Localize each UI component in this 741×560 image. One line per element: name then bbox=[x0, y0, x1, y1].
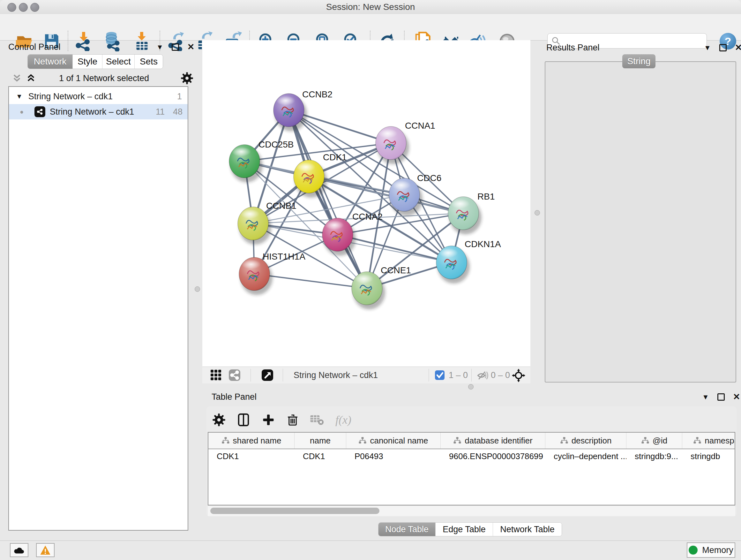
import-table-icon[interactable] bbox=[131, 30, 152, 52]
column-header--id[interactable]: @id bbox=[626, 433, 682, 449]
edge-count: 48 bbox=[173, 107, 183, 117]
show-columns-icon[interactable] bbox=[237, 413, 251, 427]
expand-all-networks-icon[interactable] bbox=[26, 73, 36, 83]
table-toolbar: f(x) bbox=[212, 409, 351, 430]
network-graph[interactable]: CCNB2CCNA1CDC25BCDK1CDC6RB1CCNB1CCNA2CDK… bbox=[202, 40, 530, 367]
cloud-button[interactable] bbox=[10, 543, 28, 557]
node-label-CDKN1A: CDKN1A bbox=[465, 239, 501, 249]
network-tree-child-row[interactable]: ● String Network – cdk1 11 48 bbox=[9, 104, 188, 119]
float-panel-icon[interactable] bbox=[719, 44, 727, 51]
network-view-title: String Network – cdk1 bbox=[293, 367, 378, 383]
network-view-toolbar: String Network – cdk1 1 – 0 0 – 0 bbox=[202, 367, 530, 383]
column-header-database-identifier[interactable]: database identifier bbox=[441, 433, 545, 449]
column-header-description[interactable]: description bbox=[545, 433, 626, 449]
control-panel-title: Control Panel bbox=[8, 42, 61, 52]
float-panel-icon[interactable] bbox=[172, 44, 179, 51]
table-row[interactable]: CDK1CDK1P064939606.ENSP00000378699cyclin… bbox=[208, 449, 735, 463]
column-header-namespace[interactable]: namespace bbox=[682, 433, 735, 449]
add-column-icon[interactable] bbox=[261, 413, 275, 427]
network-options-gear-icon[interactable] bbox=[181, 72, 193, 84]
tab-sets[interactable]: Sets bbox=[135, 55, 163, 69]
left-splitter-handle[interactable] bbox=[195, 287, 200, 292]
column-header-name[interactable]: name bbox=[294, 433, 346, 449]
node-CCNE1[interactable]: CCNE1 bbox=[352, 265, 411, 309]
clear-table-icon[interactable] bbox=[310, 414, 325, 426]
table-settings-gear-icon[interactable] bbox=[212, 413, 226, 427]
results-tab-string[interactable]: String bbox=[622, 54, 656, 68]
warning-icon bbox=[40, 545, 51, 555]
table-header-row: shared namenamecanonical namedatabase id… bbox=[208, 433, 735, 449]
table-panel-title: Table Panel bbox=[212, 392, 257, 402]
grid-view-icon[interactable] bbox=[210, 369, 222, 381]
collapse-panel-icon[interactable]: ▼ bbox=[702, 394, 709, 401]
node-label-HIST1H1A: HIST1H1A bbox=[263, 252, 306, 261]
string-network-icon[interactable] bbox=[228, 369, 241, 381]
scrollbar-thumb[interactable] bbox=[210, 508, 380, 514]
close-panel-icon[interactable]: ✕ bbox=[187, 43, 195, 51]
footer-separator bbox=[283, 369, 283, 381]
collapse-all-networks-icon[interactable] bbox=[12, 73, 22, 83]
window-title: Session: New Session bbox=[0, 0, 741, 14]
edge-CCNB2-CCNE1[interactable] bbox=[289, 110, 367, 288]
tab-select[interactable]: Select bbox=[103, 55, 135, 69]
footer-separator bbox=[428, 369, 429, 381]
collection-count: 1 bbox=[177, 91, 182, 102]
pan-crosshair-icon[interactable] bbox=[512, 369, 525, 382]
close-panel-icon[interactable]: ✕ bbox=[733, 393, 740, 401]
column-header-label: namespace bbox=[704, 436, 735, 446]
footer-separator bbox=[251, 369, 251, 381]
birdseye-view-icon[interactable] bbox=[261, 369, 273, 381]
column-tree-icon bbox=[358, 437, 367, 444]
node-CDK1[interactable]: CDK1 bbox=[293, 152, 347, 198]
warnings-button[interactable] bbox=[36, 543, 55, 557]
node-label-CCNA2: CCNA2 bbox=[352, 212, 383, 222]
column-header-shared-name[interactable]: shared name bbox=[208, 433, 294, 449]
table-cell: stringdb:9... bbox=[626, 449, 682, 463]
table-panel: f(x) shared namenamecanonical namedataba… bbox=[206, 406, 737, 517]
table-body: CDK1CDK1P064939606.ENSP00000378699cyclin… bbox=[208, 449, 735, 463]
node-CDC25B[interactable]: CDC25B bbox=[229, 139, 293, 182]
tab-edge-table[interactable]: Edge Table bbox=[435, 523, 493, 536]
tab-node-table[interactable]: Node Table bbox=[379, 523, 435, 536]
column-header-canonical-name[interactable]: canonical name bbox=[346, 433, 441, 449]
hidden-eye-slash-icon[interactable] bbox=[477, 370, 488, 381]
node-HIST1H1A[interactable]: HIST1H1A bbox=[239, 252, 306, 295]
right-splitter-handle[interactable] bbox=[535, 210, 540, 215]
node-label-CCNB2: CCNB2 bbox=[302, 89, 333, 99]
tab-style[interactable]: Style bbox=[73, 55, 103, 69]
control-panel-tabs: Network Style Select Sets bbox=[27, 54, 163, 69]
node-RB1[interactable]: RB1 bbox=[448, 192, 495, 234]
table-cell: 9606.ENSP00000378699 bbox=[441, 449, 545, 463]
tab-network[interactable]: Network bbox=[28, 55, 73, 69]
column-header-label: name bbox=[310, 436, 331, 446]
horizontal-splitter-handle[interactable] bbox=[468, 384, 474, 389]
function-builder-icon[interactable]: f(x) bbox=[335, 413, 351, 427]
selected-checkbox-icon[interactable] bbox=[434, 370, 445, 380]
tree-expand-icon[interactable]: ▼ bbox=[16, 92, 23, 100]
node-CCNB1[interactable]: CCNB1 bbox=[238, 201, 296, 245]
tab-network-table[interactable]: Network Table bbox=[493, 523, 562, 536]
status-bar: Memory bbox=[0, 541, 741, 560]
collapse-panel-icon[interactable]: ▼ bbox=[156, 44, 163, 51]
node-CDC6[interactable]: CDC6 bbox=[389, 173, 441, 216]
node-CDKN1A[interactable]: CDKN1A bbox=[436, 239, 501, 284]
column-tree-icon bbox=[641, 437, 650, 444]
memory-button[interactable]: Memory bbox=[687, 543, 735, 558]
node-CCNA1[interactable]: CCNA1 bbox=[376, 121, 435, 164]
delete-column-icon[interactable] bbox=[286, 413, 299, 427]
table-horizontal-scrollbar[interactable] bbox=[208, 505, 735, 516]
title-bar: Session: New Session bbox=[0, 0, 741, 14]
close-panel-icon[interactable]: ✕ bbox=[735, 44, 741, 52]
network-tree-root-row[interactable]: ▼ String Network – cdk1 1 bbox=[9, 89, 188, 104]
footer-separator bbox=[471, 369, 472, 381]
network-canvas[interactable]: CCNB2CCNA1CDC25BCDK1CDC6RB1CCNB1CCNA2CDK… bbox=[202, 40, 530, 367]
collapse-panel-icon[interactable]: ▼ bbox=[704, 44, 711, 51]
node-CCNB2[interactable]: CCNB2 bbox=[273, 89, 333, 131]
import-table-from-database-icon[interactable] bbox=[102, 30, 123, 52]
node-count: 11 bbox=[156, 107, 165, 117]
network-collection-label: String Network – cdk1 bbox=[28, 91, 113, 102]
string-results-container bbox=[545, 61, 736, 382]
column-tree-icon bbox=[221, 437, 230, 444]
import-network-icon[interactable] bbox=[73, 30, 94, 52]
float-panel-icon[interactable] bbox=[718, 393, 725, 401]
